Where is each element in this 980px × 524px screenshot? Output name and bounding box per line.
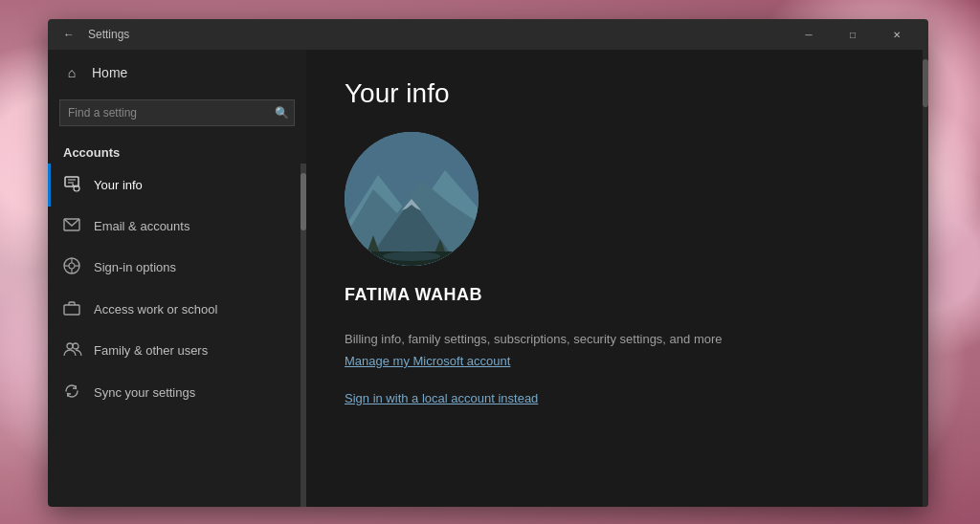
user-name: FATIMA WAHAB — [345, 285, 890, 305]
content-scrollbar-thumb — [923, 59, 928, 107]
sidebar: ⌂ Home 🔍 Accounts — [48, 50, 306, 507]
work-icon — [63, 300, 80, 318]
sidebar-label-signin: Sign-in options — [94, 260, 176, 274]
minimize-button[interactable]: ─ — [787, 19, 831, 50]
sidebar-label-family: Family & other users — [94, 343, 208, 358]
search-input[interactable] — [59, 99, 295, 126]
svg-point-27 — [383, 251, 440, 261]
maximize-button[interactable]: □ — [831, 19, 875, 50]
sidebar-label-your-info: Your info — [94, 178, 143, 192]
section-title: Accounts — [48, 138, 306, 164]
manage-microsoft-account-link[interactable]: Manage my Microsoft account — [345, 354, 890, 368]
svg-rect-12 — [64, 305, 79, 315]
sidebar-item-email-accounts[interactable]: Email & accounts — [48, 207, 306, 246]
billing-info-text: Billing info, family settings, subscript… — [345, 332, 890, 346]
sidebar-item-family[interactable]: Family & other users — [48, 330, 306, 371]
sidebar-nav: Your info Email & accounts — [48, 164, 306, 507]
settings-window: ← Settings ─ □ ✕ ⌂ Home — [48, 19, 928, 507]
sync-icon — [63, 382, 80, 403]
home-label: Home — [92, 65, 127, 80]
signin-icon — [63, 257, 80, 277]
page-title: Your info — [345, 78, 890, 109]
sidebar-item-sync[interactable]: Sync your settings — [48, 371, 306, 414]
sidebar-item-your-info[interactable]: Your info — [48, 164, 306, 207]
svg-point-13 — [67, 343, 73, 349]
sidebar-label-sync: Sync your settings — [94, 385, 195, 400]
sidebar-label-work: Access work or school — [94, 302, 217, 317]
email-icon — [63, 218, 80, 234]
content-scrollbar[interactable] — [923, 50, 928, 507]
family-icon — [63, 341, 80, 360]
main-content: ⌂ Home 🔍 Accounts — [48, 50, 928, 507]
window-title: Settings — [88, 28, 787, 41]
sidebar-label-email: Email & accounts — [94, 219, 189, 233]
user-avatar[interactable] — [345, 132, 479, 266]
sidebar-item-home[interactable]: ⌂ Home — [48, 50, 306, 96]
search-icon[interactable]: 🔍 — [275, 106, 289, 120]
back-button[interactable]: ← — [57, 23, 80, 46]
sidebar-search-container: 🔍 — [59, 99, 295, 126]
sidebar-item-access-work[interactable]: Access work or school — [48, 289, 306, 330]
close-button[interactable]: ✕ — [875, 19, 919, 50]
titlebar: ← Settings ─ □ ✕ — [48, 19, 928, 50]
window-controls: ─ □ ✕ — [787, 19, 919, 50]
home-icon: ⌂ — [63, 65, 80, 80]
svg-point-14 — [73, 343, 78, 349]
content-panel: Your info — [306, 50, 928, 507]
sidebar-item-signin-options[interactable]: Sign-in options — [48, 246, 306, 289]
svg-point-7 — [69, 263, 75, 269]
your-info-icon — [63, 175, 80, 195]
sign-in-local-account-link[interactable]: Sign in with a local account instead — [345, 391, 890, 405]
